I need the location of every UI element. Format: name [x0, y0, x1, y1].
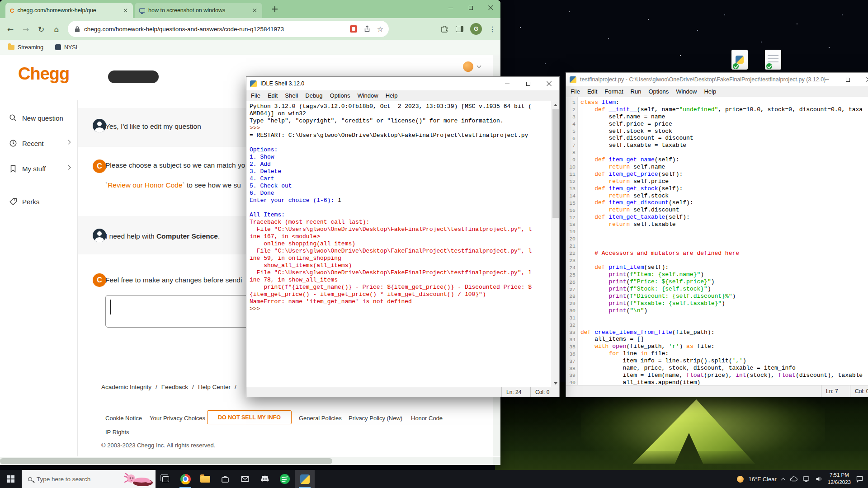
menu-options[interactable]: Options: [326, 90, 354, 101]
taskbar-idle-python[interactable]: [295, 470, 315, 488]
tab-close-icon[interactable]: [251, 7, 259, 14]
sidebar-item-my-stuff[interactable]: My stuff: [9, 163, 75, 174]
horizontal-scrollbar[interactable]: [0, 457, 493, 465]
sidebar-item-new-question[interactable]: New question: [9, 112, 75, 124]
desktop-icon-python-file[interactable]: [729, 50, 750, 72]
network-icon[interactable]: [802, 475, 810, 483]
start-button[interactable]: [0, 470, 22, 488]
chevron-down-icon[interactable]: [477, 64, 481, 68]
close-button[interactable]: [858, 73, 868, 86]
minimize-button[interactable]: [441, 0, 461, 15]
maximize-button[interactable]: [461, 0, 481, 15]
menu-debug[interactable]: Debug: [302, 90, 326, 101]
sidebar-item-perks[interactable]: Perks: [9, 196, 75, 207]
menu-edit[interactable]: Edit: [584, 86, 601, 97]
menu-window[interactable]: Window: [354, 90, 382, 101]
share-icon[interactable]: [363, 25, 371, 33]
minimize-button[interactable]: [497, 77, 518, 90]
menu-options[interactable]: Options: [645, 86, 672, 97]
tab-screenshot-howto[interactable]: how to screenshot on windows: [135, 3, 262, 18]
tab-close-icon[interactable]: [122, 7, 129, 14]
shell-line: [250, 204, 552, 211]
scrollbar-thumb[interactable]: [0, 458, 332, 464]
menu-help[interactable]: Help: [382, 90, 401, 101]
link-privacy-policy[interactable]: Privacy Policy (New): [349, 415, 402, 422]
onedrive-cloud-icon[interactable]: [790, 475, 797, 483]
menu-run[interactable]: Run: [627, 86, 645, 97]
partially-scrolled-element: [108, 70, 159, 83]
taskbar-file-explorer[interactable]: [195, 470, 215, 488]
link-feedback[interactable]: Feedback: [161, 384, 188, 390]
honor-code-link[interactable]: Review our Honor Code: [108, 181, 182, 189]
extensions-puzzle-icon[interactable]: [441, 25, 449, 33]
editor-titlebar[interactable]: testfinalproject.py - C:\Users\glwoo\One…: [566, 73, 868, 86]
taskbar-chrome[interactable]: [175, 470, 195, 488]
account-avatar[interactable]: [463, 61, 473, 72]
taskbar-store[interactable]: [215, 470, 235, 488]
chegg-bot-avatar: C: [93, 160, 106, 173]
menu-window[interactable]: Window: [672, 86, 700, 97]
volume-icon[interactable]: [815, 475, 823, 483]
scroll-up-arrow[interactable]: [552, 101, 559, 108]
sidebar-item-recent[interactable]: Recent: [9, 137, 75, 149]
editor-code[interactable]: class Item: def __init__(self, name="und…: [578, 97, 868, 385]
bookmark-folder-streaming[interactable]: Streaming: [8, 44, 43, 51]
menu-format[interactable]: Format: [601, 86, 627, 97]
shell-titlebar[interactable]: IDLE Shell 3.12.0: [246, 77, 559, 90]
menu-edit[interactable]: Edit: [264, 90, 281, 101]
code-line: print(f"Discount: {self.discount}%"): [580, 293, 868, 300]
address-bar[interactable]: chegg.com/homework-help/questions-and-an…: [68, 21, 389, 37]
taskbar-search[interactable]: Type here to search: [22, 470, 156, 488]
profile-avatar[interactable]: G: [470, 23, 482, 35]
menu-help[interactable]: Help: [700, 86, 720, 97]
menu-file[interactable]: File: [567, 86, 584, 97]
bookmark-nysl[interactable]: NYSL: [55, 44, 79, 51]
minimize-button[interactable]: [816, 73, 837, 86]
weather-text[interactable]: 16°F Clear: [749, 476, 777, 483]
taskbar-mail[interactable]: [235, 470, 255, 488]
notification-center-icon[interactable]: [856, 475, 863, 483]
bookmark-star-icon[interactable]: ☆: [377, 25, 383, 33]
task-view-button[interactable]: [156, 470, 175, 488]
line-number: 32: [566, 322, 576, 329]
close-button[interactable]: [481, 0, 500, 15]
tab-chegg[interactable]: C chegg.com/homework-help/que: [5, 3, 133, 18]
maximize-button[interactable]: [837, 73, 858, 86]
link-ip-rights[interactable]: IP Rights: [105, 429, 129, 436]
back-button[interactable]: ←: [5, 23, 16, 35]
browser-menu-icon[interactable]: ⋮: [489, 25, 496, 33]
close-button[interactable]: [538, 77, 559, 90]
link-honor-code[interactable]: Honor Code: [411, 415, 443, 422]
link-academic-integrity[interactable]: Academic Integrity: [101, 384, 151, 390]
editor-body[interactable]: 1234567891011121314151617181920212223242…: [566, 97, 868, 385]
shell-line: Traceback (most recent call last):: [250, 219, 552, 226]
scrollbar-thumb[interactable]: [552, 109, 559, 218]
shell-scrollbar[interactable]: [552, 101, 559, 387]
reload-button[interactable]: ↻: [35, 23, 47, 35]
link-cookie-notice[interactable]: Cookie Notice: [105, 415, 142, 422]
maximize-button[interactable]: [518, 77, 538, 90]
scroll-down-arrow[interactable]: [552, 380, 559, 387]
desktop-icon-text-file[interactable]: [762, 50, 784, 72]
side-panel-icon[interactable]: [456, 26, 463, 32]
weather-icon[interactable]: [737, 476, 744, 483]
link-privacy-choices[interactable]: Your Privacy Choices: [150, 415, 205, 422]
link-general-policies[interactable]: General Policies: [299, 415, 342, 422]
taskbar-discord[interactable]: [255, 470, 275, 488]
line-number: 18: [566, 221, 576, 228]
code-line: return self.discount: [580, 206, 868, 214]
shell-body[interactable]: Python 3.12.0 (tags/v3.12.0:0fb18b0, Oct…: [246, 101, 559, 387]
menu-file[interactable]: File: [247, 90, 264, 101]
taskbar-spotify[interactable]: [275, 470, 295, 488]
shell-text[interactable]: Python 3.12.0 (tags/v3.12.0:0fb18b0, Oct…: [246, 101, 552, 387]
hidden-icons-chevron[interactable]: [781, 478, 785, 482]
home-button[interactable]: ⌂: [51, 23, 62, 35]
chegg-logo[interactable]: Chegg: [18, 64, 69, 84]
do-not-sell-button[interactable]: DO NOT SELL MY INFO: [207, 410, 292, 424]
extension-action-icon[interactable]: [350, 25, 357, 33]
forward-button[interactable]: →: [20, 23, 32, 35]
link-help-center[interactable]: Help Center: [198, 384, 231, 390]
taskbar-clock[interactable]: 7:51 PM 12/6/2023: [828, 472, 851, 486]
tab-title: chegg.com/homework-help/que: [17, 7, 119, 14]
menu-shell[interactable]: Shell: [281, 90, 302, 101]
